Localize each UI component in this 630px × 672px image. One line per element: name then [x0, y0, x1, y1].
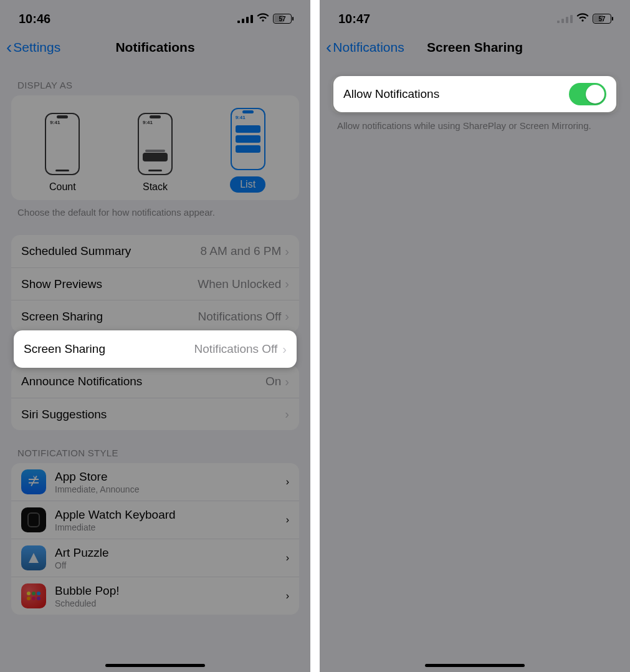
home-indicator[interactable] [105, 664, 205, 667]
allow-notifications-toggle[interactable] [569, 83, 606, 105]
page-title: Notifications [115, 40, 194, 54]
selected-pill: List [230, 176, 265, 193]
status-bar: 10:46 57 [0, 0, 310, 32]
chevron-right-icon: › [285, 375, 289, 389]
display-as-card: 9:41 Count 9:41 Stack 9:41 List [11, 95, 299, 200]
notification-style-header: NOTIFICATION STYLE [11, 430, 299, 463]
wifi-icon [576, 12, 589, 26]
row-show-previews[interactable]: Show Previews When Unlocked › [11, 267, 299, 300]
back-button[interactable]: ‹ Notifications [326, 39, 404, 56]
back-label: Settings [13, 40, 60, 55]
status-time: 10:46 [19, 12, 50, 26]
display-as-header: DISPLAY AS [11, 62, 299, 95]
chevron-right-icon: › [285, 277, 289, 291]
chevron-left-icon: ‹ [6, 39, 12, 56]
status-bar: 10:47 57 [320, 0, 630, 32]
bubble-pop-icon [21, 583, 46, 608]
wifi-icon [257, 12, 269, 26]
cellular-icon [237, 15, 253, 23]
back-label: Notifications [333, 40, 404, 55]
chevron-right-icon: › [285, 309, 289, 324]
chevron-right-icon: › [282, 342, 287, 357]
battery-icon: 57 [593, 14, 611, 24]
highlight-allow-notifications-row[interactable]: Allow Notifications [333, 76, 616, 112]
chevron-right-icon: › [286, 476, 289, 487]
home-indicator[interactable] [425, 664, 525, 667]
display-option-count[interactable]: 9:41 Count [17, 113, 108, 193]
chevron-right-icon: › [286, 514, 289, 526]
row-screen-sharing[interactable]: Screen Sharing Notifications Off › [11, 300, 299, 332]
notifications-settings-screen: 10:46 57 ‹ Settings Notifications DISPLA… [0, 0, 310, 672]
row-siri-suggestions[interactable]: Siri Suggestions › [11, 398, 299, 430]
page-title: Screen Sharing [427, 40, 523, 54]
chevron-left-icon: ‹ [326, 39, 332, 56]
chevron-right-icon: › [286, 590, 289, 602]
chevron-right-icon: › [285, 244, 289, 259]
status-time: 10:47 [338, 12, 370, 26]
allow-notifications-footer: Allow notifications while using SharePla… [331, 113, 619, 132]
app-row-appstore[interactable]: App StoreImmediate, Announce › [11, 463, 299, 501]
display-option-stack[interactable]: 9:41 Stack [109, 113, 201, 193]
chevron-right-icon: › [286, 552, 289, 564]
chevron-right-icon: › [285, 407, 289, 421]
display-option-list[interactable]: 9:41 List [202, 108, 294, 193]
screen-sharing-settings-screen: 10:47 57 ‹ Notifications Screen Sharing … [320, 0, 630, 672]
app-row-art-puzzle[interactable]: Art PuzzleOff › [11, 539, 299, 577]
battery-icon: 57 [273, 14, 292, 24]
back-button[interactable]: ‹ Settings [6, 39, 60, 56]
appstore-icon [21, 469, 46, 494]
highlight-screen-sharing-row[interactable]: Screen Sharing Notifications Off › [14, 330, 297, 368]
watch-keyboard-icon [21, 507, 46, 532]
row-scheduled-summary[interactable]: Scheduled Summary 8 AM and 6 PM › [11, 235, 299, 267]
display-as-footer: Choose the default for how notifications… [11, 200, 299, 219]
cellular-icon [557, 15, 573, 23]
nav-bar: ‹ Settings Notifications [0, 32, 310, 62]
art-puzzle-icon [21, 545, 46, 570]
app-row-watch-keyboard[interactable]: Apple Watch KeyboardImmediate › [11, 501, 299, 539]
app-row-bubble-pop[interactable]: Bubble Pop!Scheduled › [11, 577, 299, 615]
row-announce-notifications[interactable]: Announce Notifications On › [11, 365, 299, 398]
nav-bar: ‹ Notifications Screen Sharing [320, 32, 630, 62]
